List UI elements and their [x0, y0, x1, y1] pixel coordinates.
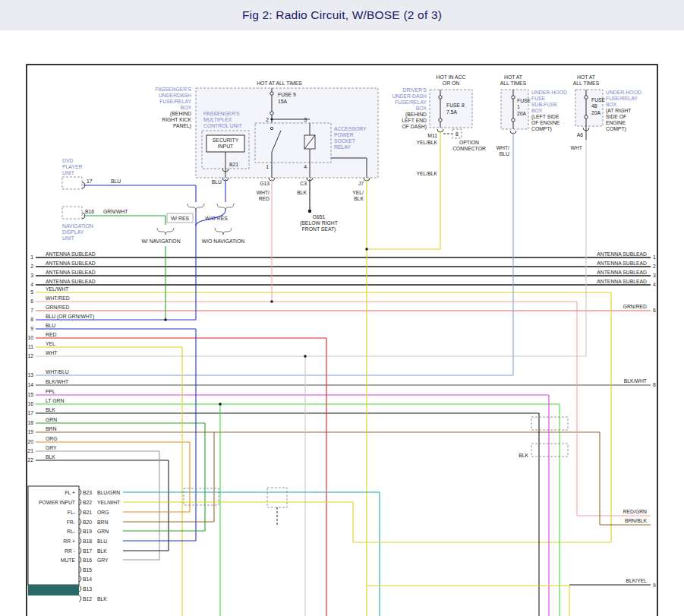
row-number: 2: [30, 264, 33, 269]
component-block: [28, 585, 79, 595]
row-number: 2: [653, 264, 656, 269]
component-label: DISPLAY: [62, 229, 84, 235]
fuse-terminal: [270, 92, 273, 95]
wire-row-label: RED/GRN: [623, 509, 647, 514]
option-label: W/ NAVIGATION: [141, 239, 180, 244]
wire-row-label: BRN/BLK: [625, 518, 648, 523]
fuse-amps: 7.5A: [446, 109, 457, 115]
security-input-label: INPUT: [218, 144, 233, 149]
wire-row-label: GRY: [46, 445, 57, 450]
pin-label: 17: [87, 178, 93, 184]
wire-row-label: GRN/RED: [46, 305, 69, 310]
component-label: SUB-FUSE: [531, 102, 558, 107]
pin-label: B12: [83, 596, 92, 602]
wire-row-label: YEL/WHT: [46, 286, 68, 292]
component-label: UNDER-HOOD: [531, 90, 567, 95]
hot-label: HOT IN ACC: [437, 74, 466, 80]
component-label: BOX: [531, 108, 543, 113]
wire-label: RED: [259, 196, 270, 201]
component-location: OF ENGINE: [531, 120, 560, 125]
row-number: 8: [653, 382, 656, 387]
wire-label: WHT/: [496, 145, 509, 150]
fuse-label: FUSE 9: [278, 92, 296, 97]
component-label: UNIT: [62, 170, 74, 175]
wire-row-label: LT GRN: [46, 398, 64, 403]
component-label: PASSENGER'S: [155, 87, 191, 92]
component-label: UNIT: [62, 235, 74, 241]
wire-label: GRY: [97, 558, 109, 563]
wire-label: BLU: [500, 151, 509, 156]
ground-name: G651: [313, 214, 326, 220]
component-label: PASSENGER'S: [203, 111, 240, 116]
wire-row-label: BLK: [46, 454, 55, 460]
wire-label: YEL/WHT: [97, 500, 120, 505]
component-label: ACCESSORY: [334, 126, 367, 131]
wire-label: BLK: [97, 548, 107, 554]
wire-row-label: ANTENNA SUBLEAD: [597, 251, 647, 257]
wire-row-label: WHT/BLU: [46, 369, 69, 374]
component-location: RIGHT KICK: [162, 117, 191, 122]
pin-label: B21: [229, 162, 238, 167]
wire-label: BLK: [297, 190, 307, 195]
row-number: 3: [653, 273, 656, 278]
ground-location: FRONT SEAT): [302, 226, 336, 232]
component-label: FUSE/RELAY: [159, 99, 191, 104]
row-number: 11: [28, 344, 33, 349]
component-label: MULTIPLEX: [203, 117, 232, 122]
pin-label: B23: [83, 490, 92, 495]
component-label: UNDERDASH: [159, 93, 191, 98]
pin-label: B14: [83, 577, 92, 582]
wire-row-label: ANTENNA SUBLEAD: [46, 261, 96, 266]
wire-row-label: ANTENNA SUBLEAD: [46, 279, 96, 284]
wire-label: BLU/GRN: [97, 490, 120, 495]
fuse-amps: 20A: [517, 111, 527, 116]
wire-label: WHT: [571, 145, 582, 150]
component-label: UNDER-HOOD: [606, 90, 641, 95]
option-connector-pin: 8: [455, 131, 459, 137]
wire-row-label: YEL: [46, 341, 55, 346]
pin-label: B20: [83, 520, 92, 525]
wire-label: GRN: [97, 529, 109, 534]
row-number: 21: [27, 448, 33, 453]
component-location: PANEL): [173, 123, 191, 129]
connector-row-label: RR +: [63, 539, 75, 544]
fuse-label: FUSE: [591, 97, 606, 103]
component-label: FUSE: [531, 96, 546, 101]
option-label: W/ RES: [171, 216, 190, 221]
row-number: 8: [30, 317, 33, 322]
pin-label: B13: [83, 586, 92, 592]
wire-label: BLU: [212, 179, 222, 185]
pin-label: B18: [83, 539, 92, 544]
wire-row-label: BLU (OR GRN/WHT): [46, 314, 94, 320]
wire-row-label: BLK/WHT: [624, 378, 647, 384]
component-label: RELAY: [334, 144, 351, 150]
row-number: 13: [27, 372, 33, 377]
wire-row-label: ANTENNA SUBLEAD: [597, 279, 647, 284]
pin-label: A6: [577, 132, 584, 137]
wire-label: WHT/: [257, 190, 270, 195]
wire-label: YEL/: [352, 190, 364, 195]
row-number: 10: [27, 335, 33, 340]
wire-row-label: ORG: [46, 436, 57, 441]
component-label: FUSE/RELAY: [395, 100, 427, 105]
pin-label: B16: [85, 209, 94, 214]
row-number: 17: [27, 410, 33, 415]
wire-row-label: ANTENNA SUBLEAD: [46, 270, 96, 275]
wire-label: BLK: [519, 453, 528, 458]
component-label: POWER: [334, 132, 354, 137]
wiring-diagram: PASSENGER'S UNDERDASH FUSE/RELAY BOX (BE…: [0, 0, 684, 616]
component-label: SOCKET: [334, 138, 355, 144]
row-number: 9: [30, 326, 33, 331]
fuse-number: 1: [517, 104, 520, 109]
hot-label: ALL TIMES: [500, 81, 527, 86]
wire-row-label: ANTENNA SUBLEAD: [597, 270, 647, 275]
security-input-label: SECURITY: [213, 137, 239, 143]
component-label: BOX: [606, 102, 617, 107]
component-location: LEFT END: [402, 118, 427, 123]
ground-location: (BELOW RIGHT: [300, 220, 338, 226]
component-label: NAVIGATION: [62, 223, 93, 229]
pin-label: B15: [83, 567, 92, 573]
wire-row-label: ANTENNA SUBLEAD: [46, 251, 96, 257]
wire-label: YEL/BLK: [416, 171, 437, 176]
wire-row-label: WHT/RED: [46, 295, 70, 301]
